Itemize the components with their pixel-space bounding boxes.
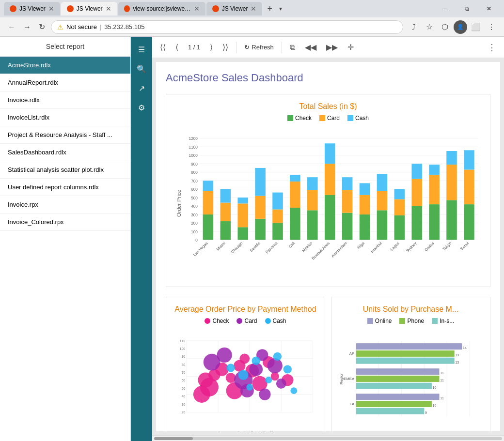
new-tab-button[interactable]: + xyxy=(263,4,276,14)
filter-icon[interactable]: ⚙ xyxy=(133,99,150,116)
menu-icon[interactable]: ☰ xyxy=(133,41,150,58)
svg-point-115 xyxy=(217,348,232,363)
svg-point-119 xyxy=(268,358,283,373)
scatter-legend-check-dot xyxy=(205,318,210,324)
hbar-legend-instore-dot xyxy=(432,318,438,324)
svg-text:400: 400 xyxy=(191,204,198,209)
file-item-statistical[interactable]: Statistical analysis scatter plot.rdlx xyxy=(0,161,130,179)
scatter-legend-card-dot xyxy=(236,318,242,324)
svg-text:100: 100 xyxy=(191,230,198,234)
reload-button[interactable]: ↻ xyxy=(37,20,47,33)
file-item-annualreport[interactable]: AnnualReport.rdlx xyxy=(0,74,130,91)
scatter-chart-title: Average Order Price by Payment Method xyxy=(174,305,317,314)
prev-page-button[interactable]: ⟨ xyxy=(172,41,182,54)
tab-close-4[interactable]: ✕ xyxy=(251,5,256,13)
bar-chart-container: Total Sales (in $) Check Card Cash xyxy=(166,94,490,287)
svg-rect-33 xyxy=(237,203,248,227)
export-icon[interactable]: ↗ xyxy=(133,79,150,97)
hbar-legend: Online Phone In-s... xyxy=(339,318,482,324)
file-item-project[interactable]: Project & Resource Analysis - Staff ... xyxy=(0,126,130,144)
svg-point-112 xyxy=(239,353,250,364)
h-scrollbar-thumb[interactable] xyxy=(154,437,193,440)
first-page-button[interactable]: ⟨⟨ xyxy=(156,41,170,54)
next-page-button[interactable]: ⟩ xyxy=(206,41,217,54)
last-page-button[interactable]: ⟩⟩ xyxy=(219,41,232,54)
tab-1[interactable]: JS Viewer ✕ xyxy=(4,2,60,15)
close-button[interactable]: ✕ xyxy=(478,0,500,17)
minimize-button[interactable]: ─ xyxy=(433,0,456,17)
svg-text:9: 9 xyxy=(425,411,427,414)
scatter-legend-card-label: Card xyxy=(244,318,257,324)
toolbar-divider-1 xyxy=(236,42,236,53)
svg-text:Las Vegas: Las Vegas xyxy=(192,241,208,257)
tab-2[interactable]: JS Viewer ✕ xyxy=(61,2,117,15)
hbar-chart-title: Units Sold by Purchase M... xyxy=(339,305,482,314)
fullscreen-button[interactable]: ✛ xyxy=(344,41,358,54)
file-item-acmestore[interactable]: AcmeStore.rdlx xyxy=(0,57,130,74)
copy-button[interactable]: ⧉ xyxy=(286,41,299,54)
svg-text:Lagos: Lagos xyxy=(390,241,400,252)
page-indicator: 1 / 1 xyxy=(184,44,204,51)
svg-text:Chicago: Chicago xyxy=(230,241,244,255)
file-item-invoicelist[interactable]: InvoiceList.rdlx xyxy=(0,109,130,126)
svg-text:Osaka: Osaka xyxy=(424,241,435,252)
more-button[interactable]: ⋮ xyxy=(484,40,500,55)
svg-rect-50 xyxy=(342,213,353,240)
file-item-invoicecolored[interactable]: Invoice_Colored.rpx xyxy=(0,213,130,231)
tab-3[interactable]: view-source:jsviewerm... ✕ xyxy=(118,2,205,15)
svg-point-128 xyxy=(246,384,253,391)
hbar-legend-online-label: Online xyxy=(375,318,392,324)
svg-rect-162 xyxy=(356,394,440,400)
svg-rect-71 xyxy=(464,204,474,240)
svg-text:Panama: Panama xyxy=(265,241,279,255)
svg-text:90: 90 xyxy=(182,355,186,358)
tab-4[interactable]: JS Viewer ✕ xyxy=(206,2,263,15)
back-button[interactable]: ← xyxy=(6,21,17,33)
star-button[interactable]: ☆ xyxy=(423,20,436,34)
tablet-button[interactable]: ⬜ xyxy=(469,20,483,34)
bookmark-button[interactable]: ⤴ xyxy=(407,20,421,34)
profile-button[interactable]: 👤 xyxy=(454,20,467,34)
svg-rect-152 xyxy=(356,358,455,364)
file-item-salesdashboard[interactable]: SalesDashboard.rdlx xyxy=(0,144,130,161)
search-icon[interactable]: 🔍 xyxy=(133,60,150,77)
tab-overflow-button[interactable]: ▾ xyxy=(277,3,284,14)
restore-button[interactable]: ⧉ xyxy=(456,0,478,17)
h-scrollbar[interactable] xyxy=(154,437,502,440)
file-item-invoicerpx[interactable]: Invoice.rpx xyxy=(0,196,130,213)
more-options-button[interactable]: ⋮ xyxy=(485,20,498,34)
scatter-legend-card: Card xyxy=(236,318,257,324)
tab-favicon-3 xyxy=(124,5,130,12)
svg-text:13: 13 xyxy=(455,361,459,364)
forward-button[interactable]: → xyxy=(21,21,33,33)
svg-rect-51 xyxy=(342,190,353,213)
address-input[interactable]: ⚠ Not secure | 35.232.85.105 xyxy=(51,20,403,34)
svg-rect-157 xyxy=(356,376,440,382)
svg-rect-32 xyxy=(237,227,248,240)
svg-text:50: 50 xyxy=(182,387,186,390)
svg-rect-45 xyxy=(307,190,318,210)
refresh-button[interactable]: ↻ Refresh xyxy=(240,42,278,53)
tab-close-2[interactable]: ✕ xyxy=(106,5,111,13)
svg-rect-35 xyxy=(255,219,266,240)
scatter-chart-container: Average Order Price by Payment Method Ch… xyxy=(166,297,325,431)
bar-chart-title: Total Sales (in $) xyxy=(174,102,482,111)
svg-rect-47 xyxy=(325,195,335,240)
svg-point-127 xyxy=(273,352,282,361)
svg-text:LA: LA xyxy=(350,402,355,406)
extensions-button[interactable]: ⬡ xyxy=(438,20,452,34)
svg-rect-64 xyxy=(411,164,422,179)
svg-text:Seoul: Seoul xyxy=(459,241,470,251)
hbar-svg: AP141313EMEA111110LA11109Region xyxy=(339,330,482,427)
col-right-button[interactable]: ▶▶ xyxy=(322,41,342,54)
scroll-area[interactable] xyxy=(152,435,504,441)
svg-rect-49 xyxy=(325,143,335,164)
file-item-userdefined[interactable]: User defined report columns.rdlx xyxy=(0,179,130,196)
col-left-button[interactable]: ◀◀ xyxy=(301,41,320,54)
file-item-invoice[interactable]: Invoice.rdlx xyxy=(0,91,130,109)
icon-sidebar: ☰ 🔍 ↗ ⚙ xyxy=(131,37,152,441)
legend-card-label: Card xyxy=(327,115,340,122)
scatter-x-label: Average Order Price [in $] xyxy=(174,430,317,431)
tab-close-1[interactable]: ✕ xyxy=(48,5,54,13)
tab-close-3[interactable]: ✕ xyxy=(194,5,200,13)
